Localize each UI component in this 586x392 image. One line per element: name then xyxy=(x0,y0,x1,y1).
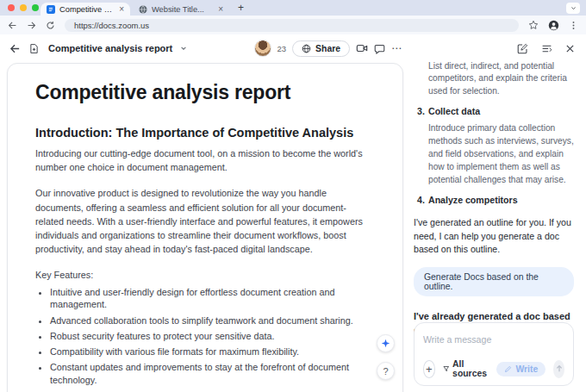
list-item: Compatibility with various file formats … xyxy=(50,345,373,358)
tab-website-title[interactable]: Website Title... × xyxy=(133,3,229,16)
user-message-row: Generate Docs based on the outline. xyxy=(414,267,574,296)
assistant-panel-header xyxy=(517,34,575,62)
document-page[interactable]: Competitive analysis report Introduction… xyxy=(7,63,403,392)
tab-title: Website Title... xyxy=(152,5,214,14)
outline-item-3-desc: Introduce primary data collection method… xyxy=(428,122,574,186)
pencil-icon xyxy=(504,365,512,373)
compose-icon[interactable] xyxy=(517,43,528,54)
all-sources-filter[interactable]: All sources xyxy=(443,359,489,378)
list-item: Intuitive and user-friendly design for e… xyxy=(50,286,373,312)
zoom-docs-app: Competitive analysis report 23 Share ⋯ xyxy=(0,34,586,392)
tab-search-button[interactable] xyxy=(566,3,580,14)
write-label: Write xyxy=(515,364,538,374)
new-tab-button[interactable]: + xyxy=(238,2,244,14)
conversation-history-icon[interactable] xyxy=(541,43,552,54)
key-features-list: Intuitive and user-friendly design for e… xyxy=(35,286,373,387)
tab-close-icon[interactable]: × xyxy=(119,5,124,14)
minimize-window-button[interactable] xyxy=(20,4,27,11)
outline-item-4: 4. Analyze competitors xyxy=(414,195,574,205)
window-controls xyxy=(8,4,39,11)
close-panel-icon[interactable] xyxy=(565,44,575,53)
list-item: Constant updates and improvements to sta… xyxy=(50,361,373,387)
collaboration-group: 23 Share ⋯ xyxy=(254,34,402,62)
collaborator-count: 23 xyxy=(277,44,287,53)
reload-icon[interactable] xyxy=(46,21,55,30)
help-button[interactable]: ? xyxy=(377,362,395,380)
intro-heading: Introduction: The Importance of Competit… xyxy=(35,126,373,140)
close-window-button[interactable] xyxy=(8,4,15,11)
browser-menu-icon[interactable] xyxy=(569,21,578,30)
new-doc-icon[interactable] xyxy=(28,43,40,54)
share-label: Share xyxy=(315,44,340,53)
user-message-bubble: Generate Docs based on the outline. xyxy=(414,267,574,296)
list-item: Advanced collaboration tools to simplify… xyxy=(50,314,373,327)
maximize-window-button[interactable] xyxy=(32,4,39,11)
bookmark-star-icon[interactable] xyxy=(528,20,539,30)
tab-title: Competitive analysis report xyxy=(59,5,115,14)
url-bar[interactable]: https://docs.zoom.us xyxy=(65,19,519,32)
browser-toolbar: https://docs.zoom.us xyxy=(0,16,586,34)
doc-favicon-icon xyxy=(47,5,55,14)
video-meeting-icon[interactable] xyxy=(356,42,368,54)
write-mode-button[interactable]: Write xyxy=(496,362,545,376)
share-button[interactable]: Share xyxy=(292,40,350,57)
tab-close-icon[interactable]: × xyxy=(218,5,223,14)
chat-thread: List direct, indirect, and potential com… xyxy=(414,60,574,333)
list-item: Robust security features to protect your… xyxy=(50,330,373,343)
message-composer: + All sources Write xyxy=(414,322,574,386)
back-arrow-icon[interactable] xyxy=(9,43,21,54)
send-message-button[interactable] xyxy=(553,360,564,378)
intro-paragraph-1: Introducing our cutting-edge document to… xyxy=(35,146,373,174)
filter-funnel-icon xyxy=(443,364,450,373)
comments-icon[interactable] xyxy=(374,43,385,54)
tab-strip: Competitive analysis report × Website Ti… xyxy=(0,0,586,16)
key-features-label: Key Features: xyxy=(35,268,373,282)
globe-favicon-icon xyxy=(139,5,147,14)
doc-toolbar: Competitive analysis report 23 Share ⋯ xyxy=(0,34,586,62)
outline-item-3: 3. Collect data xyxy=(414,106,574,116)
doc-title[interactable]: Competitive analysis report xyxy=(48,43,172,53)
outline-title: Collect data xyxy=(428,106,480,116)
url-text: https://docs.zoom.us xyxy=(74,21,149,30)
outline-number: 4. xyxy=(417,195,428,205)
document-heading: Competitive analysis report xyxy=(35,81,373,104)
more-options-icon[interactable]: ⋯ xyxy=(391,42,402,54)
forward-icon[interactable] xyxy=(27,21,36,30)
tab-competitive-analysis[interactable]: Competitive analysis report × xyxy=(41,3,130,16)
ai-assistant-panel: List direct, indirect, and potential com… xyxy=(405,60,586,392)
message-input[interactable] xyxy=(423,334,564,345)
browser-window: Competitive analysis report × Website Ti… xyxy=(0,0,586,392)
doc-title-chevron-down-icon[interactable] xyxy=(180,45,187,52)
back-icon[interactable] xyxy=(8,21,17,30)
outline-fragment: List direct, indirect, and potential com… xyxy=(428,60,574,97)
assistant-message: I've generated an outline for you. If yo… xyxy=(414,216,574,256)
collaborator-avatar[interactable] xyxy=(254,40,271,57)
ai-companion-button[interactable] xyxy=(377,334,395,352)
intro-paragraph-2: Our innovative product is designed to re… xyxy=(35,186,373,256)
browser-profile-icon[interactable] xyxy=(548,20,559,31)
document-content: Competitive analysis report Introduction… xyxy=(8,64,402,392)
outline-number: 3. xyxy=(417,106,428,116)
add-attachment-button[interactable]: + xyxy=(423,360,435,378)
outline-title: Analyze competitors xyxy=(428,195,518,205)
composer-actions: + All sources Write xyxy=(423,359,564,378)
all-sources-label: All sources xyxy=(452,359,489,378)
